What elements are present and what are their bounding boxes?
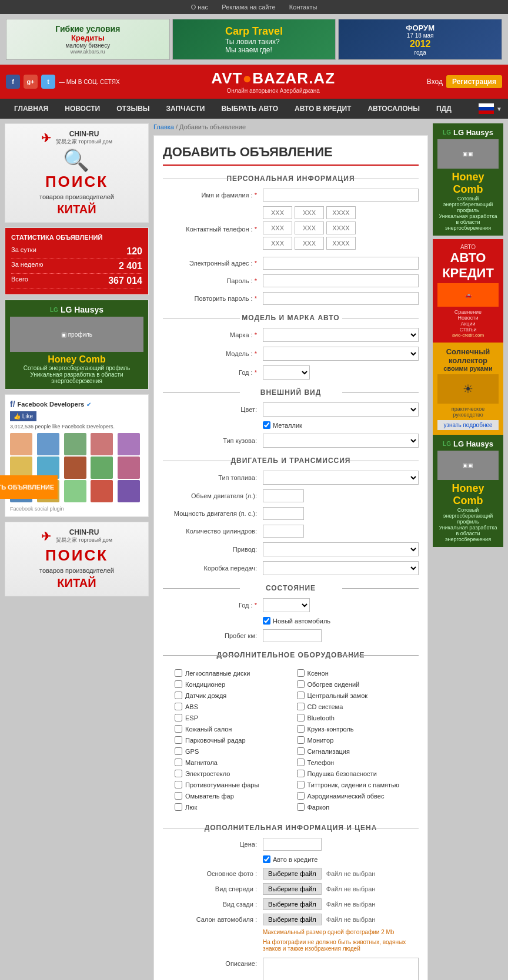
mileage-input[interactable] (263, 629, 322, 642)
equip-parking-sensor-cb[interactable] (175, 736, 182, 744)
right-avto-kredit-ad[interactable]: АВТО АВТО КРЕДИТ 🚗 Сравнение Новости Акц… (433, 239, 503, 343)
site-logo[interactable]: AVT●BAZAR.AZ Онлайн авторынок Азербайджа… (211, 69, 335, 94)
right-lg-ad-1[interactable]: LG LG Hausys ▣▣ Honey Comb Сотовый энерг… (433, 123, 503, 236)
equip-cd-cb[interactable] (297, 703, 305, 710)
desc-textarea[interactable] (263, 958, 419, 980)
right-lg-ad-2[interactable]: LG LG Hausys ▣▣ Honey Comb Сотовый энерг… (433, 435, 503, 547)
banner-chinru[interactable]: Гибкие условия Кредиты малому бизнесу ww… (6, 19, 170, 60)
equip-monitor-cb[interactable] (297, 736, 305, 744)
equip-cruise-cb[interactable] (297, 725, 305, 733)
metallic-checkbox[interactable] (263, 421, 270, 429)
equip-central-lock-cb[interactable] (297, 692, 305, 699)
main-photo-button[interactable]: Выберите файл (263, 868, 322, 880)
rear-photo-button[interactable]: Выберите файл (263, 898, 322, 910)
phone-input-3[interactable] (326, 206, 356, 219)
equip-headlight-washer-cb[interactable] (175, 792, 182, 800)
equip-cd: CD система (297, 702, 407, 711)
nav-dealers[interactable]: АВТОСАЛОНЫ (359, 99, 428, 119)
equip-tow-bar-cb[interactable] (297, 803, 305, 811)
right-solar-ad[interactable]: Солнечный коллектор своими руками ☀ прак… (433, 343, 503, 435)
phone-input-7[interactable] (263, 237, 292, 250)
chinru-ad-1[interactable]: ✈ CHIN-RU 贸易之家 торговый дом 🔍 ПОИСК това… (5, 123, 149, 223)
equip-phone-cb[interactable] (297, 759, 305, 766)
equip-radio-cb[interactable] (175, 759, 182, 766)
drive-select[interactable] (263, 542, 419, 556)
equip-abs-cb[interactable] (175, 703, 182, 710)
nav-reviews[interactable]: ОТЗЫВЫ (108, 99, 158, 119)
language-selector[interactable]: ▼ (479, 103, 502, 114)
equip-rain-sensor-cb[interactable] (175, 692, 182, 699)
equip-alloy-wheels-cb[interactable] (175, 669, 182, 677)
login-button[interactable]: Вход (427, 78, 443, 86)
fuel-select[interactable] (263, 471, 419, 485)
phone-input-6[interactable] (326, 221, 356, 234)
model-select[interactable] (263, 347, 419, 361)
body-type-select[interactable] (263, 434, 419, 448)
phone-input-2[interactable] (295, 206, 324, 219)
new-car-checkbox[interactable] (263, 617, 270, 625)
cylinders-input[interactable] (263, 525, 304, 538)
banner-forum[interactable]: ФОРУМ 17 18 мая 2012 года (338, 19, 502, 60)
equip-fog-lights-cb[interactable] (175, 781, 182, 788)
contacts-link[interactable]: Контакты (289, 4, 317, 11)
advertise-link[interactable]: Реклама на сайте (222, 4, 275, 11)
confirm-password-input[interactable] (263, 292, 419, 305)
nav-credit[interactable]: АВТО В КРЕДИТ (286, 99, 359, 119)
breadcrumb-home[interactable]: Главка (153, 123, 174, 130)
equip-esp-cb[interactable] (175, 714, 182, 721)
equip-elec-windows-cb[interactable] (175, 770, 182, 777)
phone-input-5[interactable] (295, 221, 324, 234)
equip-airbag-cb[interactable] (297, 770, 305, 777)
front-photo-button[interactable]: Выберите файл (263, 883, 322, 895)
nav-news[interactable]: НОВОСТИ (56, 99, 108, 119)
gearbox-select[interactable] (263, 561, 419, 575)
equip-leather-cb[interactable] (175, 725, 182, 733)
nav-pdd[interactable]: ПДД (428, 99, 460, 119)
solar-learn-more[interactable]: узнать подробнее (437, 420, 499, 430)
year-select[interactable] (263, 365, 310, 380)
nav-home[interactable]: ГЛАВНАЯ (6, 99, 56, 119)
name-input[interactable] (263, 189, 419, 202)
price-input[interactable] (263, 838, 322, 851)
googleplus-icon[interactable]: g+ (24, 75, 38, 89)
salon-photo-status: Файл не выбран (326, 916, 376, 923)
equip-tittronik-cb[interactable] (297, 781, 305, 788)
email-input[interactable] (263, 257, 419, 270)
twitter-icon[interactable]: t (41, 75, 55, 89)
fb-avatar (118, 480, 140, 502)
color-select[interactable] (263, 402, 419, 417)
brand-select[interactable] (263, 328, 419, 342)
phone-input-4[interactable] (263, 221, 292, 234)
engine-vol-input[interactable] (263, 489, 304, 502)
stat-weekly: За неделю 2 401 (11, 259, 142, 274)
equip-ac-cb[interactable] (175, 680, 182, 688)
equip-gps-cb[interactable] (175, 747, 182, 755)
password-input[interactable] (263, 274, 419, 287)
fb-avatar (91, 480, 113, 502)
equip-seat-heat-cb[interactable] (297, 680, 305, 688)
nav-parts[interactable]: ЗАПЧАСТИ (158, 99, 213, 119)
facebook-icon[interactable]: f (6, 75, 20, 89)
add-listing-tab[interactable]: ДОБАВИТЬ ОБЪЯВЛЕНИЕ (0, 475, 58, 499)
salon-photo-button[interactable]: Выберите файл (263, 914, 322, 925)
banner-carp[interactable]: Carp Travel Ты ловил таких? Мы знаем где… (172, 19, 336, 60)
equip-bluetooth-cb[interactable] (297, 714, 305, 721)
equip-sunroof-cb[interactable] (175, 803, 182, 811)
phone-input-1[interactable] (263, 206, 292, 219)
fb-avatar (64, 480, 86, 502)
section-exterior: ВНЕШНИЙ ВИД (163, 388, 419, 397)
power-input[interactable] (263, 507, 304, 520)
equip-alarm-cb[interactable] (297, 747, 305, 755)
phone-input-8[interactable] (295, 237, 324, 250)
equip-airbag: Подушка безопасности (297, 768, 407, 778)
cond-year-select[interactable] (263, 598, 310, 612)
register-button[interactable]: Регистрация (446, 75, 502, 88)
phone-input-9[interactable] (326, 237, 356, 250)
about-link[interactable]: О нас (191, 4, 208, 11)
nav-choose-car[interactable]: ВЫБРАТЬ АВТО (213, 99, 286, 119)
credit-checkbox[interactable] (263, 855, 270, 863)
equip-aero-cb[interactable] (297, 792, 305, 800)
lg-ad-left[interactable]: LG LG Hausys ▣ профиль Honey Comb Сотовы… (5, 300, 149, 390)
equip-xenon-cb[interactable] (297, 669, 305, 677)
chinru-ad-2[interactable]: ✈ CHIN-RU 贸易之家 торговый дом ПОИСК товаро… (5, 522, 149, 596)
